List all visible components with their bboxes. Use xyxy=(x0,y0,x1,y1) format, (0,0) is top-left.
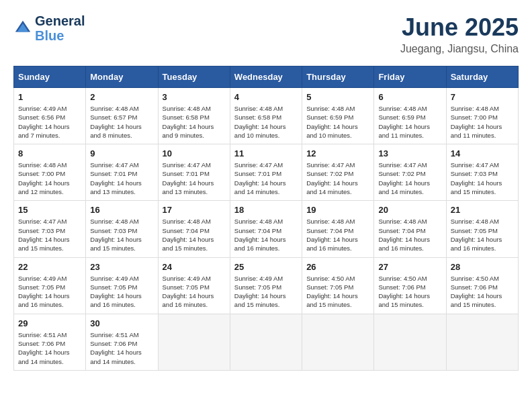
calendar-day-cell: 7 Sunrise: 4:48 AMSunset: 7:00 PMDayligh… xyxy=(446,88,518,144)
day-number: 23 xyxy=(90,262,153,272)
day-info: Sunrise: 4:47 AMSunset: 7:03 PMDaylight:… xyxy=(18,217,81,253)
col-thursday: Thursday xyxy=(302,66,374,88)
calendar-day-cell xyxy=(446,314,518,370)
day-number: 29 xyxy=(18,318,81,328)
day-info: Sunrise: 4:47 AMSunset: 7:01 PMDaylight:… xyxy=(163,161,226,196)
day-info: Sunrise: 4:49 AMSunset: 7:05 PMDaylight:… xyxy=(163,274,226,310)
day-info: Sunrise: 4:48 AMSunset: 7:00 PMDaylight:… xyxy=(451,104,514,140)
calendar-day-cell: 23 Sunrise: 4:49 AMSunset: 7:05 PMDaylig… xyxy=(86,257,158,314)
day-info: Sunrise: 4:50 AMSunset: 7:06 PMDaylight:… xyxy=(451,274,514,310)
day-info: Sunrise: 4:48 AMSunset: 6:58 PMDaylight:… xyxy=(234,104,298,140)
calendar-day-cell: 1 Sunrise: 4:49 AMSunset: 6:56 PMDayligh… xyxy=(14,88,86,144)
calendar-week-row: 22 Sunrise: 4:49 AMSunset: 7:05 PMDaylig… xyxy=(14,257,519,314)
day-info: Sunrise: 4:47 AMSunset: 7:03 PMDaylight:… xyxy=(451,161,514,196)
day-number: 11 xyxy=(234,148,298,158)
day-number: 19 xyxy=(306,205,369,215)
day-number: 5 xyxy=(306,92,369,102)
calendar-day-cell: 20 Sunrise: 4:48 AMSunset: 7:04 PMDaylig… xyxy=(374,201,446,257)
logo-line1: General xyxy=(35,13,85,28)
calendar-day-cell: 18 Sunrise: 4:48 AMSunset: 7:04 PMDaylig… xyxy=(230,201,302,257)
calendar-day-cell xyxy=(302,314,374,370)
day-number: 3 xyxy=(163,92,226,102)
day-number: 28 xyxy=(451,262,514,272)
calendar-day-cell: 2 Sunrise: 4:48 AMSunset: 6:57 PMDayligh… xyxy=(86,88,158,144)
calendar-day-cell: 16 Sunrise: 4:48 AMSunset: 7:03 PMDaylig… xyxy=(86,201,158,257)
day-number: 10 xyxy=(163,148,226,158)
calendar-day-cell: 24 Sunrise: 4:49 AMSunset: 7:05 PMDaylig… xyxy=(158,257,230,314)
calendar-day-cell xyxy=(158,314,230,370)
calendar-day-cell: 27 Sunrise: 4:50 AMSunset: 7:06 PMDaylig… xyxy=(374,257,446,314)
logo-line2: Blue xyxy=(35,28,85,43)
day-info: Sunrise: 4:48 AMSunset: 6:58 PMDaylight:… xyxy=(163,104,226,140)
calendar-day-cell: 26 Sunrise: 4:50 AMSunset: 7:05 PMDaylig… xyxy=(302,257,374,314)
calendar-day-cell: 19 Sunrise: 4:48 AMSunset: 7:04 PMDaylig… xyxy=(302,201,374,257)
day-info: Sunrise: 4:48 AMSunset: 6:59 PMDaylight:… xyxy=(306,104,369,140)
calendar-day-cell: 15 Sunrise: 4:47 AMSunset: 7:03 PMDaylig… xyxy=(14,201,86,257)
day-number: 26 xyxy=(306,262,369,272)
day-info: Sunrise: 4:50 AMSunset: 7:05 PMDaylight:… xyxy=(306,274,369,310)
col-friday: Friday xyxy=(374,66,446,88)
day-number: 21 xyxy=(451,205,514,215)
col-sunday: Sunday xyxy=(14,66,86,88)
calendar-day-cell: 8 Sunrise: 4:48 AMSunset: 7:00 PMDayligh… xyxy=(14,144,86,201)
day-number: 7 xyxy=(451,92,514,102)
day-number: 2 xyxy=(90,92,153,102)
logo-icon xyxy=(13,19,32,38)
logo: General Blue xyxy=(13,13,85,43)
calendar-day-cell: 22 Sunrise: 4:49 AMSunset: 7:05 PMDaylig… xyxy=(14,257,86,314)
day-info: Sunrise: 4:48 AMSunset: 7:05 PMDaylight:… xyxy=(451,217,514,253)
day-info: Sunrise: 4:49 AMSunset: 6:56 PMDaylight:… xyxy=(18,104,81,140)
calendar-day-cell: 12 Sunrise: 4:47 AMSunset: 7:02 PMDaylig… xyxy=(302,144,374,201)
col-tuesday: Tuesday xyxy=(158,66,230,88)
calendar-day-cell: 3 Sunrise: 4:48 AMSunset: 6:58 PMDayligh… xyxy=(158,88,230,144)
day-number: 14 xyxy=(451,148,514,158)
day-number: 27 xyxy=(378,262,441,272)
calendar-day-cell: 14 Sunrise: 4:47 AMSunset: 7:03 PMDaylig… xyxy=(446,144,518,201)
calendar-table: Sunday Monday Tuesday Wednesday Thursday… xyxy=(13,66,519,371)
calendar-week-row: 1 Sunrise: 4:49 AMSunset: 6:56 PMDayligh… xyxy=(14,88,519,144)
day-number: 4 xyxy=(234,92,298,102)
day-number: 18 xyxy=(234,205,298,215)
day-number: 20 xyxy=(378,205,441,215)
day-info: Sunrise: 4:48 AMSunset: 6:59 PMDaylight:… xyxy=(378,104,441,140)
col-monday: Monday xyxy=(86,66,158,88)
day-info: Sunrise: 4:48 AMSunset: 6:57 PMDaylight:… xyxy=(90,104,153,140)
day-info: Sunrise: 4:48 AMSunset: 7:04 PMDaylight:… xyxy=(234,217,298,253)
calendar-day-cell: 28 Sunrise: 4:50 AMSunset: 7:06 PMDaylig… xyxy=(446,257,518,314)
day-info: Sunrise: 4:49 AMSunset: 7:05 PMDaylight:… xyxy=(234,274,298,310)
day-number: 1 xyxy=(18,92,81,102)
day-number: 17 xyxy=(163,205,226,215)
day-number: 6 xyxy=(378,92,441,102)
calendar-day-cell: 6 Sunrise: 4:48 AMSunset: 6:59 PMDayligh… xyxy=(374,88,446,144)
weekday-header-row: Sunday Monday Tuesday Wednesday Thursday… xyxy=(14,66,519,88)
col-wednesday: Wednesday xyxy=(230,66,302,88)
day-info: Sunrise: 4:51 AMSunset: 7:06 PMDaylight:… xyxy=(18,330,81,366)
day-number: 13 xyxy=(378,148,441,158)
day-number: 24 xyxy=(163,262,226,272)
day-info: Sunrise: 4:47 AMSunset: 7:01 PMDaylight:… xyxy=(90,161,153,196)
day-number: 15 xyxy=(18,205,81,215)
day-number: 8 xyxy=(18,148,81,158)
day-info: Sunrise: 4:51 AMSunset: 7:06 PMDaylight:… xyxy=(90,330,153,366)
day-info: Sunrise: 4:49 AMSunset: 7:05 PMDaylight:… xyxy=(90,274,153,310)
day-info: Sunrise: 4:48 AMSunset: 7:03 PMDaylight:… xyxy=(90,217,153,253)
calendar-week-row: 8 Sunrise: 4:48 AMSunset: 7:00 PMDayligh… xyxy=(14,144,519,201)
col-saturday: Saturday xyxy=(446,66,518,88)
calendar-day-cell: 17 Sunrise: 4:48 AMSunset: 7:04 PMDaylig… xyxy=(158,201,230,257)
calendar-day-cell xyxy=(230,314,302,370)
calendar-day-cell: 21 Sunrise: 4:48 AMSunset: 7:05 PMDaylig… xyxy=(446,201,518,257)
day-info: Sunrise: 4:47 AMSunset: 7:02 PMDaylight:… xyxy=(306,161,369,196)
calendar-day-cell: 10 Sunrise: 4:47 AMSunset: 7:01 PMDaylig… xyxy=(158,144,230,201)
day-info: Sunrise: 4:48 AMSunset: 7:00 PMDaylight:… xyxy=(18,161,81,196)
day-info: Sunrise: 4:48 AMSunset: 7:04 PMDaylight:… xyxy=(306,217,369,253)
calendar-week-row: 29 Sunrise: 4:51 AMSunset: 7:06 PMDaylig… xyxy=(14,314,519,370)
calendar-day-cell: 4 Sunrise: 4:48 AMSunset: 6:58 PMDayligh… xyxy=(230,88,302,144)
day-info: Sunrise: 4:49 AMSunset: 7:05 PMDaylight:… xyxy=(18,274,81,310)
calendar-day-cell: 30 Sunrise: 4:51 AMSunset: 7:06 PMDaylig… xyxy=(86,314,158,370)
calendar-day-cell: 5 Sunrise: 4:48 AMSunset: 6:59 PMDayligh… xyxy=(302,88,374,144)
day-info: Sunrise: 4:47 AMSunset: 7:01 PMDaylight:… xyxy=(234,161,298,196)
calendar-day-cell xyxy=(374,314,446,370)
day-number: 25 xyxy=(234,262,298,272)
day-number: 9 xyxy=(90,148,153,158)
day-number: 30 xyxy=(90,318,153,328)
